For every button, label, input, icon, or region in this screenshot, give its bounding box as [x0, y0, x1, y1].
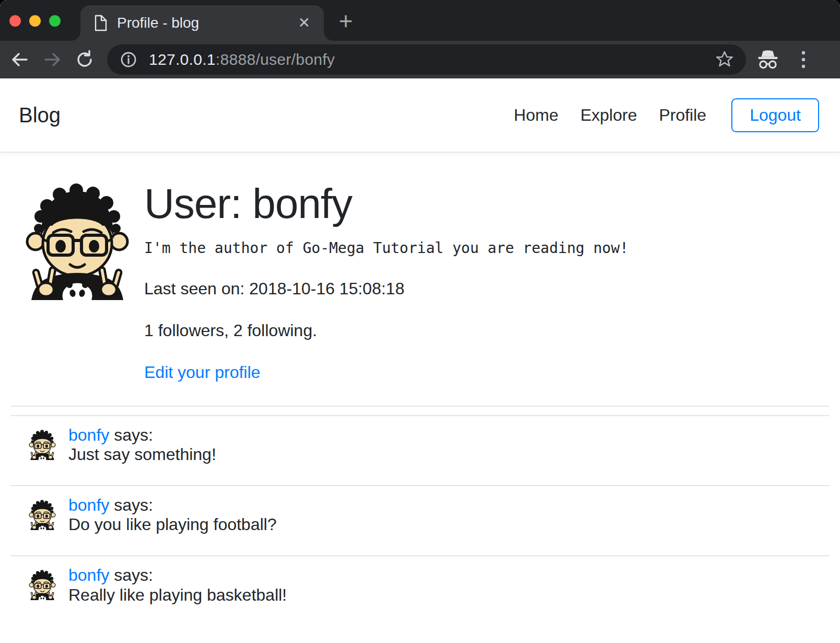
forward-arrow-icon	[42, 49, 63, 70]
back-arrow-icon	[9, 49, 30, 70]
post-author-link[interactable]: bonfy	[68, 426, 109, 444]
incognito-badge	[755, 47, 780, 72]
new-tab-button[interactable]: +	[332, 8, 359, 36]
post-says-label: says:	[109, 426, 153, 444]
window-controls	[9, 15, 61, 27]
post-item: bonfy says: Really like playing basketba…	[10, 565, 830, 604]
profile-info: User: bonfy I'm the author of Go-Mega Tu…	[144, 179, 628, 385]
post-text: bonfy says: Just say something!	[68, 424, 216, 464]
site-info-icon[interactable]	[119, 50, 138, 70]
url-path: :8888/user/bonfy	[216, 51, 335, 68]
kebab-menu-icon	[800, 49, 807, 70]
incognito-icon	[756, 49, 780, 71]
post-text: bonfy says: Really like playing basketba…	[68, 565, 287, 604]
divider	[10, 485, 830, 486]
divider	[10, 555, 830, 556]
post-says-label: says:	[109, 566, 153, 584]
navbar-brand[interactable]: Blog	[19, 104, 61, 127]
nav-link-home[interactable]: Home	[514, 106, 558, 125]
navbar-links: Home Explore Profile Logout	[514, 98, 819, 132]
post-item: bonfy says: Do you like playing football…	[10, 495, 830, 534]
page-content: Blog Home Explore Profile Logout User: b…	[0, 78, 840, 643]
nav-link-explore[interactable]: Explore	[580, 106, 637, 125]
post-body: Just say something!	[68, 445, 216, 464]
post-author-link[interactable]: bonfy	[68, 566, 109, 584]
divider	[10, 415, 830, 416]
edit-profile-link[interactable]: Edit your profile	[144, 360, 260, 385]
reload-button[interactable]	[72, 47, 97, 72]
logout-button[interactable]: Logout	[731, 98, 819, 132]
divider	[10, 406, 830, 407]
reload-icon	[74, 49, 95, 70]
forward-button[interactable]	[40, 47, 65, 72]
profile-follow-stats: 1 followers, 2 following.	[144, 318, 628, 343]
bookmark-star-button[interactable]	[715, 50, 734, 70]
star-icon	[715, 50, 734, 70]
profile-last-seen: Last seen on: 2018-10-16 15:08:18	[144, 276, 628, 301]
tab-strip: Profile - blog ✕ +	[0, 0, 840, 41]
page-favicon-icon	[94, 15, 108, 31]
browser-menu-button[interactable]	[791, 47, 816, 72]
tab-title: Profile - blog	[117, 15, 295, 31]
browser-window: Profile - blog ✕ +	[0, 0, 840, 643]
nav-link-profile[interactable]: Profile	[659, 106, 706, 125]
address-bar[interactable]: 127.0.0.1:8888/user/bonfy	[107, 44, 746, 75]
back-button[interactable]	[7, 47, 32, 72]
post-avatar	[29, 569, 56, 600]
main-content: User: bonfy I'm the author of Go-Mega Tu…	[0, 179, 840, 605]
post-author-link[interactable]: bonfy	[68, 496, 109, 514]
url-host: 127.0.0.1	[149, 51, 216, 68]
minimize-window-button[interactable]	[29, 15, 41, 27]
tab-close-icon[interactable]: ✕	[295, 15, 313, 31]
site-navbar: Blog Home Explore Profile Logout	[0, 78, 840, 153]
profile-avatar	[25, 179, 130, 300]
post-body: Really like playing basketball!	[68, 585, 287, 604]
url-text: 127.0.0.1:8888/user/bonfy	[149, 51, 715, 68]
post-says-label: says:	[109, 496, 153, 514]
post-body: Do you like playing football?	[68, 515, 276, 534]
browser-toolbar: 127.0.0.1:8888/user/bonfy	[0, 41, 840, 78]
profile-about-text: I'm the author of Go-Mega Tutorial you a…	[144, 237, 628, 259]
post-text: bonfy says: Do you like playing football…	[68, 495, 276, 534]
profile-heading: User: bonfy	[144, 179, 628, 229]
browser-tab[interactable]: Profile - blog ✕	[80, 5, 324, 41]
post-avatar	[29, 499, 56, 530]
post-item: bonfy says: Just say something!	[10, 424, 830, 464]
profile-section: User: bonfy I'm the author of Go-Mega Tu…	[10, 179, 830, 385]
post-avatar	[29, 429, 56, 460]
zoom-window-button[interactable]	[49, 15, 61, 27]
close-window-button[interactable]	[9, 15, 21, 27]
